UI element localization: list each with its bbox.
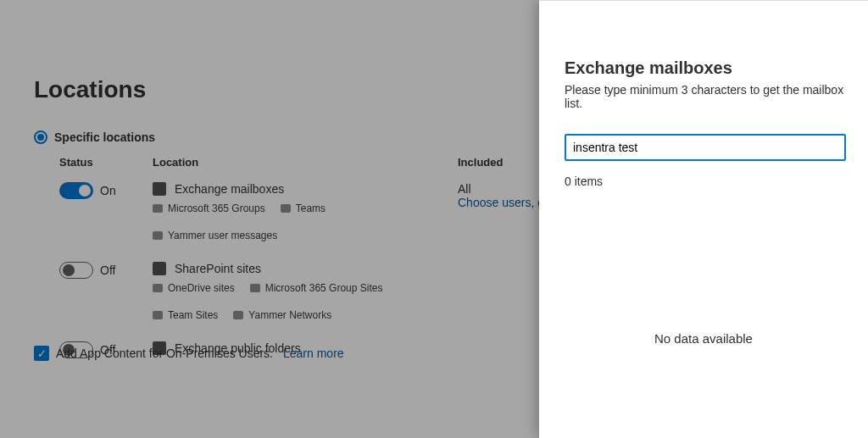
- app-root: Locations Specific locations Status Loca…: [0, 0, 868, 438]
- items-count: 0 items: [565, 175, 846, 188]
- panel-subtitle: Please type minimum 3 characters to get …: [565, 83, 846, 110]
- panel-title: Exchange mailboxes: [565, 58, 846, 78]
- no-data-message: No data available: [539, 331, 868, 346]
- exchange-mailboxes-panel: Exchange mailboxes Please type minimum 3…: [539, 0, 868, 438]
- mailbox-search-input[interactable]: [565, 134, 846, 161]
- modal-backdrop[interactable]: [0, 0, 539, 438]
